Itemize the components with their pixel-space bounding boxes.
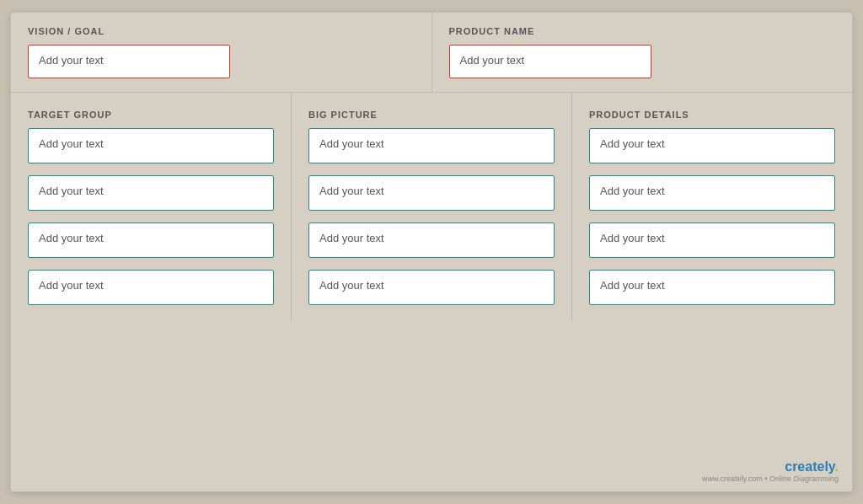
top-section: VISION / GOAL Add your text PRODUCT NAME… — [11, 13, 852, 93]
list-item[interactable]: Add your text — [28, 270, 274, 305]
brand-url: www.creately.com • Online Diagramming — [702, 475, 839, 483]
list-item[interactable]: Add your text — [589, 270, 835, 305]
product-details-column: PRODUCT DETAILS Add your text Add your t… — [572, 93, 852, 322]
big-picture-column: BIG PICTURE Add your text Add your text … — [292, 93, 572, 322]
list-item[interactable]: Add your text — [308, 128, 555, 164]
list-item[interactable]: Add your text — [308, 175, 555, 211]
target-group-title: TARGET GROUP — [28, 110, 274, 120]
vision-title: VISION / GOAL — [28, 26, 415, 36]
product-name-title: PRODUCT NAME — [449, 26, 836, 36]
brand-name: creately. — [702, 459, 839, 475]
list-item[interactable]: Add your text — [589, 175, 835, 211]
list-item[interactable]: Add your text — [28, 128, 274, 164]
vision-section: VISION / GOAL Add your text — [11, 13, 432, 92]
list-item[interactable]: Add your text — [589, 223, 835, 258]
canvas: VISION / GOAL Add your text PRODUCT NAME… — [10, 12, 853, 492]
target-group-column: TARGET GROUP Add your text Add your text… — [11, 93, 292, 322]
product-name-section: PRODUCT NAME Add your text — [432, 13, 853, 92]
product-name-textbox[interactable]: Add your text — [449, 45, 651, 78]
list-item[interactable]: Add your text — [589, 128, 835, 164]
vision-textbox[interactable]: Add your text — [28, 45, 230, 78]
list-item[interactable]: Add your text — [28, 175, 274, 211]
list-item[interactable]: Add your text — [308, 270, 555, 305]
big-picture-title: BIG PICTURE — [308, 110, 555, 120]
list-item[interactable]: Add your text — [28, 223, 274, 258]
branding: creately. www.creately.com • Online Diag… — [702, 459, 839, 483]
list-item[interactable]: Add your text — [308, 223, 555, 258]
bottom-section: TARGET GROUP Add your text Add your text… — [11, 93, 852, 322]
product-details-title: PRODUCT DETAILS — [589, 110, 835, 120]
